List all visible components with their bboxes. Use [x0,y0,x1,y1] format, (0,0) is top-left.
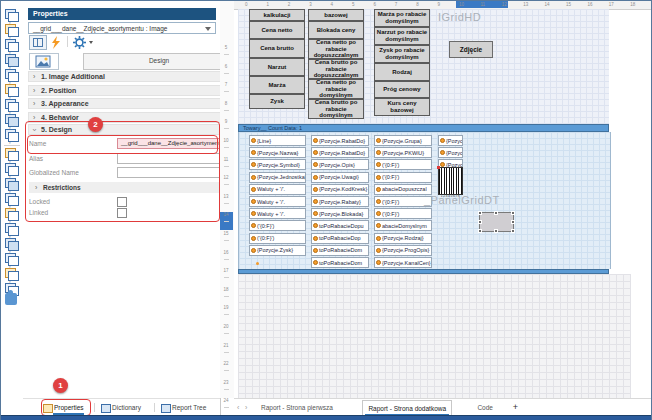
data-field-cell[interactable]: {Pozycje.Minimaln [438,147,463,158]
text-icon[interactable]: › [5,238,19,250]
data-band-icon[interactable]: › [5,163,19,175]
data-band-header[interactable]: Towary__ Count Data: 1 [238,124,609,132]
data-field-cell[interactable]: {Pozycje.Grupa} [374,135,432,146]
data-field-cell[interactable]: toPoRabacieDop [311,233,369,244]
add-page-button[interactable]: + [513,400,518,415]
data-field-cell[interactable]: ('{0:F}') [374,159,432,170]
data-field-cell[interactable]: {Pozycje.Rabaty} [311,196,369,207]
linked-checkbox[interactable] [117,208,127,218]
data-field-cell[interactable]: toPoRabacieDopu [311,220,369,231]
data-field-cell[interactable]: toPoRabacieDom [311,257,369,268]
globalized-name-input[interactable] [117,167,235,178]
tab-scroll-right-icon[interactable]: › [245,400,247,415]
data-field-cell[interactable]: abacieDomyslnym [374,220,432,231]
section--position[interactable]: ›2. Position [28,85,233,96]
header-cell[interactable]: kalkulacji [249,9,305,21]
barcode-component[interactable]: 12345678 [438,167,463,195]
data-field-cell[interactable]: Waluty + '/'. [249,196,306,207]
data-field-cell[interactable]: ('{0:F}') [374,172,432,183]
data-field-cell[interactable]: {Pozycje.Opis} [311,159,369,170]
chart-icon[interactable]: › [5,99,19,111]
section--appearance[interactable]: ›3. Appearance [28,98,233,109]
data-field-cell[interactable]: {Pozycje.Kanal} [438,135,463,146]
header-cell[interactable]: Próg cenowy [374,81,430,98]
tab-properties[interactable]: Properties [43,401,84,414]
text-box-icon[interactable]: › [5,253,19,265]
design-button[interactable]: Design [83,53,235,70]
data-field-cell[interactable]: {Pozycje.Rodzaj} [374,233,432,244]
data-field-cell[interactable]: {Line} [249,135,306,146]
image-icon[interactable]: › [5,268,19,280]
component-selector-dropdown[interactable]: __grid___dane__Zdjęcie_asortymentu : Ima… [28,22,216,34]
footer-band-icon[interactable]: › [5,193,19,205]
data-field-cell[interactable]: {Pozycje.Nazwa} [249,147,306,158]
header-cell[interactable]: Kurs ceny bazowej [374,98,430,116]
header-cell[interactable]: Cena brutto [249,39,305,58]
design-canvas[interactable]: 0123456789101112131415161718 IGridHD kal… [234,1,652,415]
alias-input[interactable]: ... [117,153,235,164]
image-preview-icon[interactable] [29,53,59,70]
panel-icon[interactable]: › [5,223,19,235]
data-field-cell[interactable]: {Pozycje.Zysk} [249,245,306,256]
header-cell[interactable]: Cena netto po rabacie domyślnym [308,79,364,99]
globe-icon[interactable]: › [5,129,19,141]
data-field-cell[interactable]: {Pozycje.Uwagi} [311,172,369,183]
clipboard-icon[interactable]: › [5,39,19,51]
data-field-cell[interactable]: ('{0:F}') [249,233,306,244]
data-field-cell[interactable]: toPoRabacieDom [311,245,369,256]
table-icon[interactable]: › [5,69,19,81]
band-icon[interactable]: › [5,148,19,160]
photo-header-cell[interactable]: Zdjęcie [449,41,493,58]
tab-scroll-left-icon[interactable]: ‹ [237,400,239,415]
tab-dictionary[interactable]: Dictionary [101,401,141,414]
section-design[interactable]: ›5. Design [28,124,233,135]
header-cell[interactable]: Marża [249,76,305,94]
header-cell[interactable]: Marża po rabacie domyślnym [374,9,430,27]
header-cell[interactable]: Rodzaj [374,63,430,81]
pointer-icon[interactable]: › [5,114,19,126]
chevron-down-icon[interactable] [89,41,93,44]
plugin-puzzle-icon[interactable] [5,293,17,305]
data-field-cell[interactable]: {Pozycje.PKWiU} [374,147,432,158]
header-band-icon[interactable]: › [5,178,19,190]
header-cell[interactable]: Cena brutto po rabacie dopuszczalnym [308,59,364,79]
data-field-cell[interactable]: Waluty + '/'. [249,208,306,219]
page-tab-code[interactable]: Code [472,400,498,415]
data-field-cell[interactable]: ('{0:F}') [249,220,306,231]
columns-view-icon[interactable] [29,35,47,50]
settings-gear-icon[interactable] [73,35,89,48]
header-cell[interactable]: Cena netto po rabacie dopuszczalnym [308,39,364,59]
data-field-cell[interactable]: Waluty + '/'. [249,184,306,195]
data-field-cell[interactable]: {Pozycje.Symbol} [249,159,306,170]
tab-report-tree[interactable]: Report Tree [161,401,206,414]
data-field-cell[interactable]: {Pozycje.Jednostka} [249,172,306,183]
data-field-cell[interactable]: {Pozycje.Blokada} [311,208,369,219]
header-cell[interactable]: Narzut [249,58,305,76]
page-tab-raport-strona-pierwsza[interactable]: Raport - Strona pierwsza [256,400,338,415]
header-cell[interactable]: Zysk po rabacie domyślnym [374,45,430,63]
copy-icon[interactable]: › [5,9,19,21]
header-cell[interactable]: Blokada ceny [308,21,364,39]
restrictions-header[interactable]: ›Restrictions [29,182,233,193]
section--behavior[interactable]: ›4. Behavior [28,112,233,123]
locked-checkbox[interactable] [117,197,127,207]
header-cell[interactable]: Zysk [249,94,305,109]
data-field-cell[interactable]: {Pozycje.RabatDo} [311,147,369,158]
selected-image-component[interactable] [479,212,514,232]
name-input[interactable]: __grid___dane__Zdjęcie_asortyment ... [117,138,235,149]
data-field-cell[interactable]: {Pozycje.RabatDo} [311,135,369,146]
header-cell[interactable]: Narzut po rabacie domyślnym [374,27,430,45]
page-band-icon[interactable]: › [5,208,19,220]
section--image-additional[interactable]: ›1. Image Additional [28,71,233,82]
header-cell[interactable]: bazowej [308,9,364,21]
header-cell[interactable]: Cena netto [249,21,305,39]
events-lightning-icon[interactable] [49,35,65,48]
header-cell[interactable]: Cena brutto po rabacie domyślnym [308,99,364,119]
data-field-cell[interactable]: {Pozycje.KodKresk} [311,184,369,195]
data-field-cell[interactable]: ('{0:F}') [374,208,432,219]
lower-page-grid[interactable] [238,274,631,398]
page-tab-raport-strona-dodatkowa[interactable]: Raport - Strona dodatkowa [362,400,452,416]
style-brush-icon[interactable]: › [5,54,19,66]
data-field-cell[interactable]: {Pozycje.ProgOpis} [374,245,432,256]
component-icon[interactable]: › [5,84,19,96]
